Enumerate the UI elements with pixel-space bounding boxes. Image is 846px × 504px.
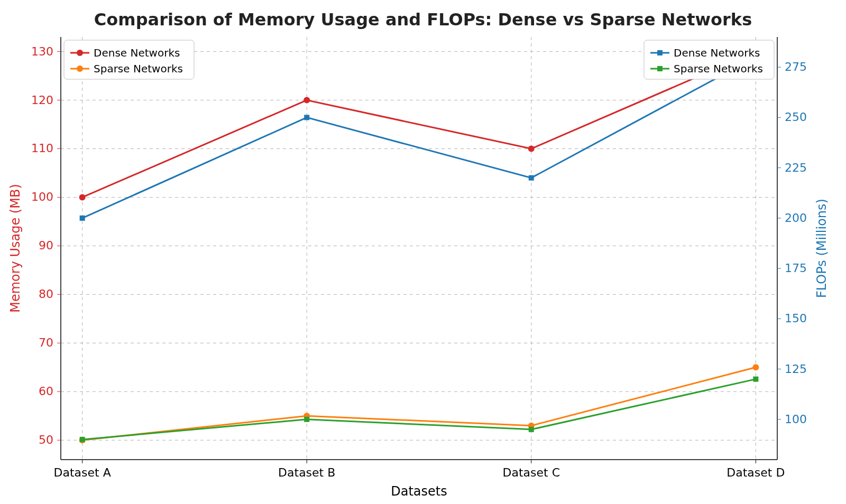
x-tick-label: Dataset D bbox=[727, 466, 785, 479]
chart-container: Comparison of Memory Usage and FLOPs: De… bbox=[0, 0, 846, 504]
right-y-tick-label: 125 bbox=[785, 362, 807, 376]
x-tick-label: Dataset C bbox=[503, 466, 560, 479]
legend-entry: Dense Networks bbox=[674, 46, 760, 59]
svg-point-40 bbox=[77, 66, 83, 72]
data-point bbox=[80, 437, 85, 442]
x-tick-label: Dataset B bbox=[278, 466, 335, 479]
right-y-tick-label: 225 bbox=[785, 161, 807, 174]
right-y-tick-label: 250 bbox=[785, 110, 807, 124]
data-point bbox=[79, 194, 86, 200]
data-point bbox=[528, 145, 535, 152]
line-flops-sparse-networks bbox=[82, 379, 756, 440]
data-point bbox=[304, 417, 309, 422]
data-point bbox=[753, 377, 758, 382]
svg-point-38 bbox=[77, 50, 83, 56]
legend-entry: Sparse Networks bbox=[94, 62, 183, 75]
legend-entry: Sparse Networks bbox=[674, 62, 763, 75]
left-y-tick-label: 100 bbox=[31, 190, 53, 203]
left-y-tick-label: 60 bbox=[39, 385, 53, 398]
right-y-axis-label: FLOPs (Millions) bbox=[814, 199, 829, 298]
left-y-tick-label: 110 bbox=[31, 142, 53, 155]
legend-entry: Dense Networks bbox=[94, 46, 180, 59]
left-y-tick-label: 130 bbox=[31, 45, 53, 58]
line-mem-sparse-networks bbox=[82, 367, 756, 440]
left-y-tick-label: 80 bbox=[39, 287, 53, 301]
left-y-tick-label: 120 bbox=[31, 94, 53, 107]
svg-rect-42 bbox=[657, 50, 663, 55]
left-y-tick-label: 70 bbox=[39, 336, 53, 349]
right-y-tick-label: 275 bbox=[785, 60, 807, 73]
data-point bbox=[304, 97, 310, 104]
data-point bbox=[752, 364, 759, 370]
line-flops-dense-networks bbox=[82, 57, 756, 218]
data-point bbox=[529, 427, 534, 432]
data-point bbox=[529, 175, 534, 181]
svg-rect-44 bbox=[657, 66, 663, 71]
right-y-tick-label: 100 bbox=[785, 413, 807, 426]
right-y-tick-label: 200 bbox=[785, 211, 807, 225]
right-y-tick-label: 175 bbox=[785, 262, 807, 275]
chart-title: Comparison of Memory Usage and FLOPs: De… bbox=[0, 10, 846, 30]
x-axis-label: Datasets bbox=[391, 484, 447, 499]
left-y-tick-label: 90 bbox=[39, 239, 53, 252]
chart-svg: Dataset ADataset BDataset CDataset DData… bbox=[0, 0, 846, 504]
data-point bbox=[80, 216, 85, 221]
data-point bbox=[304, 115, 309, 120]
left-y-tick-label: 50 bbox=[39, 433, 53, 446]
right-y-tick-label: 150 bbox=[785, 312, 807, 325]
left-y-axis-label: Memory Usage (MB) bbox=[8, 184, 23, 313]
x-tick-label: Dataset A bbox=[54, 466, 111, 479]
